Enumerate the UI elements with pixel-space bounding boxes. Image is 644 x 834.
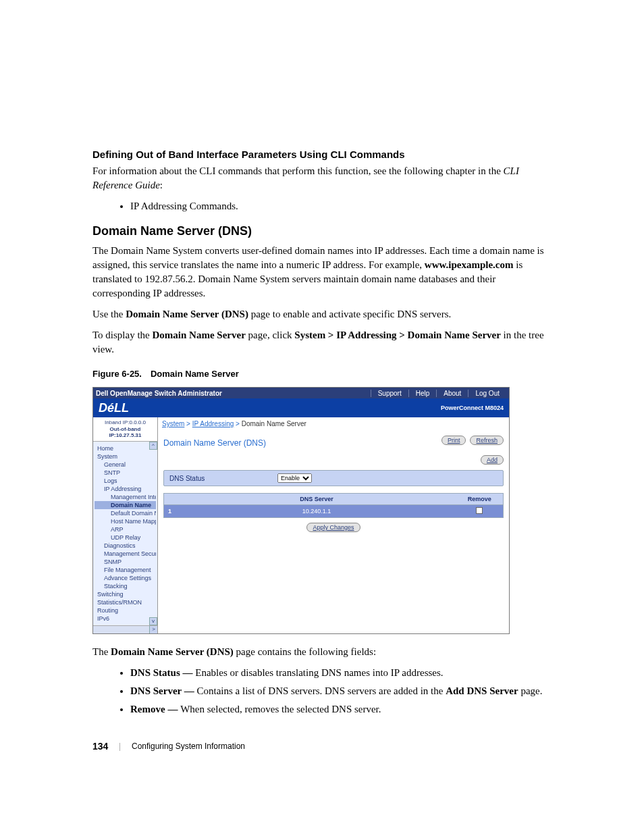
brand-bar: DéLL PowerConnect M8024: [93, 398, 509, 417]
text: Use the: [92, 309, 126, 319]
tree-arp[interactable]: ARP: [95, 525, 156, 533]
text: page, click: [246, 330, 294, 340]
nav-path: System > IP Addressing > Domain Name Ser…: [294, 330, 501, 340]
field-dns-status: DNS Status — Enables or disables transla…: [130, 666, 552, 680]
tree-snmp[interactable]: SNMP: [95, 558, 156, 566]
th-remove: Remove: [456, 494, 504, 505]
dns-server-table: DNS Server Remove 1 10.240.1.1: [163, 493, 504, 518]
h-scrollbar[interactable]: >: [93, 625, 157, 633]
page-name: Domain Name Server: [153, 330, 246, 340]
link-about[interactable]: About: [436, 390, 468, 397]
row-server-ip: 10.240.1.1: [178, 505, 456, 518]
field-desc: When selected, removes the selected DNS …: [180, 704, 381, 714]
text: For information about the CLI commands t…: [92, 165, 504, 176]
page-number: 134: [92, 741, 108, 752]
oob-ip: Out-of-band IP:10.27.5.31: [109, 426, 141, 439]
field-name: DNS Server —: [130, 685, 196, 696]
main-panel: System > IP Addressing > Domain Name Ser…: [158, 417, 509, 633]
example-domain: www.ipexample.com: [425, 259, 514, 270]
add-button[interactable]: Add: [481, 455, 504, 465]
text: page to enable and activate specific DNS…: [248, 309, 451, 319]
th-dns-server: DNS Server: [178, 494, 456, 505]
tree-logs[interactable]: Logs: [95, 477, 156, 485]
heading-cli: Defining Out of Band Interface Parameter…: [92, 149, 552, 160]
separator-icon: |: [119, 741, 121, 752]
field-name: Remove —: [130, 704, 180, 714]
tree-routing[interactable]: Routing: [95, 606, 156, 615]
print-button[interactable]: Print: [441, 436, 466, 445]
tree-default-domain[interactable]: Default Domain N: [95, 509, 156, 517]
screenshot-dns: Dell OpenManage Switch Administrator Sup…: [92, 387, 510, 634]
ref-page: Add DNS Server: [446, 685, 518, 696]
text: :: [160, 180, 163, 190]
tree-mgmt-security[interactable]: Management Secur: [95, 550, 156, 558]
field-desc: page.: [518, 685, 543, 696]
tree-ip-addressing[interactable]: IP Addressing: [95, 485, 156, 493]
text: page contains the following fields:: [234, 646, 376, 657]
link-help[interactable]: Help: [408, 390, 437, 397]
table-row: 1 10.240.1.1: [164, 505, 504, 518]
bullet-ip-addressing: IP Addressing Commands.: [130, 199, 552, 213]
field-name: DNS Status —: [130, 667, 195, 678]
page-name: Domain Name Server (DNS): [111, 646, 234, 657]
section-title: Configuring System Information: [132, 741, 245, 751]
refresh-button[interactable]: Refresh: [470, 436, 504, 445]
tree-diagnostics[interactable]: Diagnostics: [95, 542, 156, 550]
tree-host-name[interactable]: Host Name Mapp: [95, 517, 156, 525]
product-name: PowerConnect M8024: [441, 405, 504, 411]
link-logout[interactable]: Log Out: [468, 390, 506, 397]
table-header: DNS Server Remove: [164, 494, 504, 505]
sidebar: Inband IP:0.0.0.0 Out-of-band IP:10.27.5…: [93, 417, 158, 633]
tree-stats[interactable]: Statistics/RMON: [95, 598, 156, 606]
para-dns-intro: The Domain Name System converts user-def…: [92, 244, 552, 301]
tree-switching[interactable]: Switching: [95, 590, 156, 598]
tree-sntp[interactable]: SNTP: [95, 469, 156, 477]
bc-ip-addressing[interactable]: IP Addressing: [192, 420, 234, 427]
bc-system[interactable]: System: [162, 420, 184, 427]
scroll-right-icon[interactable]: >: [149, 626, 157, 633]
nav-tree[interactable]: ^ Home System General SNTP Logs IP Addre…: [93, 442, 157, 633]
figure-caption: Figure 6-25. Domain Name Server: [92, 369, 552, 379]
text: The: [92, 646, 111, 657]
tree-ipv6[interactable]: IPv6: [95, 615, 156, 623]
breadcrumb: System > IP Addressing > Domain Name Ser…: [158, 417, 509, 430]
page-name: Domain Name Server (DNS): [126, 309, 248, 319]
dell-logo: DéLL: [99, 401, 129, 415]
tree-general[interactable]: General: [95, 461, 156, 469]
para-fields-intro: The Domain Name Server (DNS) page contai…: [92, 645, 552, 659]
field-remove: Remove — When selected, removes the sele…: [130, 702, 552, 716]
tree-stacking[interactable]: Stacking: [95, 582, 156, 590]
dns-status-select[interactable]: Enable: [277, 473, 312, 483]
dns-status-label: DNS Status: [169, 475, 277, 482]
tree-system[interactable]: System: [95, 452, 156, 461]
scroll-down-icon[interactable]: v: [149, 617, 157, 625]
para-nav: To display the Domain Name Server page, …: [92, 328, 552, 357]
tree-home[interactable]: Home: [95, 444, 156, 452]
apply-changes-button[interactable]: Apply Changes: [306, 523, 360, 532]
para-cli: For information about the CLI commands t…: [92, 164, 552, 192]
dns-status-section: DNS Status Enable: [163, 470, 504, 486]
field-desc: Enables or disables translating DNS name…: [195, 667, 443, 678]
app-titlebar: Dell OpenManage Switch Administrator Sup…: [93, 388, 509, 398]
ip-info: Inband IP:0.0.0.0 Out-of-band IP:10.27.5…: [93, 417, 157, 442]
app-title: Dell OpenManage Switch Administrator: [96, 390, 371, 397]
page-footer: 134 | Configuring System Information: [92, 741, 552, 752]
tree-advance[interactable]: Advance Settings: [95, 574, 156, 582]
inband-ip: Inband IP:0.0.0.0: [95, 419, 156, 426]
tree-udp-relay[interactable]: UDP Relay: [95, 533, 156, 542]
para-use: Use the Domain Name Server (DNS) page to…: [92, 307, 552, 321]
heading-dns: Domain Name Server (DNS): [92, 224, 552, 238]
remove-checkbox[interactable]: [476, 507, 483, 514]
field-desc: Contains a list of DNS servers. DNS serv…: [196, 685, 446, 696]
tree-mgmt-int[interactable]: Management Inte: [95, 493, 156, 501]
scroll-up-icon[interactable]: ^: [149, 442, 157, 450]
field-dns-server: DNS Server — Contains a list of DNS serv…: [130, 684, 552, 698]
tree-file-mgmt[interactable]: File Management: [95, 566, 156, 574]
row-index: 1: [164, 505, 178, 518]
text: To display the: [92, 330, 153, 340]
link-support[interactable]: Support: [371, 390, 408, 397]
tree-domain-name[interactable]: Domain Name: [95, 501, 156, 509]
bc-current: Domain Name Server: [242, 420, 306, 427]
